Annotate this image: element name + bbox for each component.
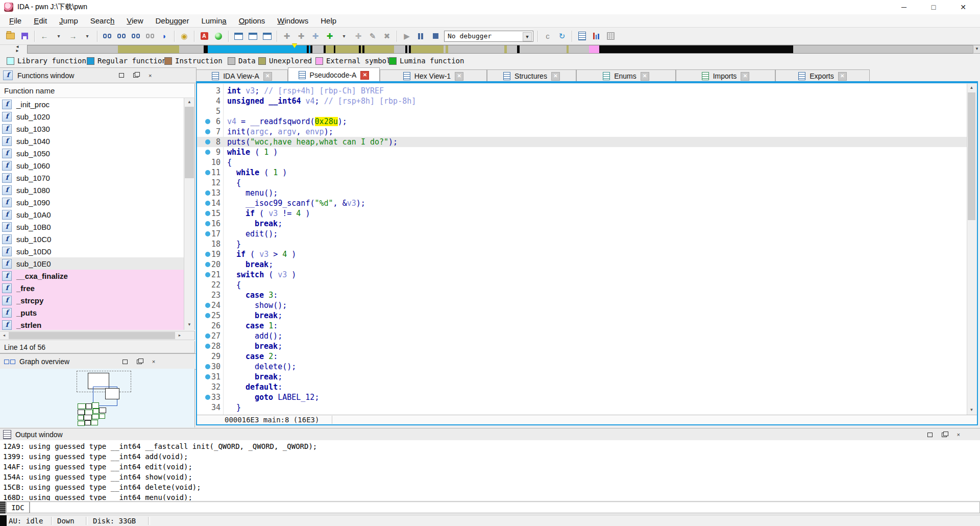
tab-exports[interactable]: Exports✕ [775, 69, 870, 82]
scrollbar-thumb[interactable] [9, 332, 175, 339]
function-row-sub-10b0[interactable]: fsub_10B0 [0, 221, 184, 233]
scroll-down-icon[interactable]: ▼ [184, 321, 194, 329]
search-text-icon[interactable] [115, 30, 128, 43]
save-desktop-icon[interactable] [260, 30, 274, 43]
function-row-strcpy[interactable]: f_strcpy [0, 294, 184, 306]
output-float-icon[interactable] [940, 431, 949, 439]
start-process-icon[interactable]: ▶ [400, 30, 413, 43]
code-line-5[interactable]: 5 [197, 106, 967, 116]
tab-ida-view-a[interactable]: IDA View-A✕ [196, 69, 288, 82]
functions-vertical-scrollbar[interactable]: ▲ ▼ [184, 98, 195, 330]
code-line-33[interactable]: 33goto LABEL_12; [197, 392, 967, 402]
menu-jump[interactable]: Jump [53, 15, 84, 26]
tab-hex-view-1[interactable]: Hex View-1✕ [380, 69, 487, 82]
functions-restore-icon[interactable] [117, 71, 126, 80]
output-window-log[interactable]: 12A9: using guessed type __int64 __fastc… [0, 440, 980, 500]
forward-history-dropdown-icon[interactable]: ▾ [81, 30, 94, 43]
function-row-sub-10d0[interactable]: fsub_10D0 [0, 245, 184, 257]
function-row-sub-10c0[interactable]: fsub_10C0 [0, 233, 184, 245]
output-window-header[interactable]: Output window × [0, 428, 980, 441]
graph-overview-header[interactable]: Graph overview × [0, 353, 197, 370]
function-row-cxa-finalize[interactable]: f__cxa_finalize [0, 270, 184, 282]
code-line-19[interactable]: 19if ( v3 > 4 ) [197, 249, 967, 259]
search-binary-icon[interactable] [129, 30, 142, 43]
tab-close-icon[interactable]: ✕ [551, 72, 560, 81]
function-row-sub-10e0[interactable]: fsub_10E0 [0, 257, 184, 270]
chevron-down-icon[interactable]: ▼ [523, 32, 532, 41]
code-line-7[interactable]: 7init(argc, argv, envp); [197, 127, 967, 137]
tab-enums[interactable]: Enums✕ [576, 69, 676, 82]
code-line-30[interactable]: 30delete(); [197, 362, 967, 372]
function-row-free[interactable]: f_free [0, 282, 184, 294]
function-row-sub-1030[interactable]: fsub_1030 [0, 123, 184, 135]
code-line-20[interactable]: 20break; [197, 259, 967, 270]
function-row-sub-1060[interactable]: fsub_1060 [0, 159, 184, 172]
scroll-left-icon[interactable]: ◄ [0, 331, 8, 340]
back-history-dropdown-icon[interactable]: ▾ [52, 30, 65, 43]
graph-restore-icon[interactable] [120, 357, 130, 366]
code-line-6[interactable]: 6v4 = __readfsqword(0x28u); [197, 116, 967, 127]
navband-scroll-arrows[interactable]: ◄ ► [12, 45, 22, 53]
tab-imports[interactable]: Imports✕ [676, 69, 775, 82]
append-function-tail-icon[interactable]: ✚ [295, 30, 308, 43]
function-row-sub-1040[interactable]: fsub_1040 [0, 135, 184, 147]
navband-right-arrow-icon[interactable]: ► [15, 49, 19, 53]
code-line-32[interactable]: 32default: [197, 382, 967, 392]
output-close-icon[interactable]: × [954, 431, 963, 439]
navigate-forward-icon[interactable]: → [66, 30, 80, 43]
code-line-27[interactable]: 27add(); [197, 331, 967, 341]
function-row-puts[interactable]: f_puts [0, 306, 184, 319]
code-line-29[interactable]: 29case 2: [197, 351, 967, 362]
function-row-sub-1090[interactable]: fsub_1090 [0, 196, 184, 208]
lumina-view-icon[interactable] [575, 30, 589, 43]
refresh-debugger-icon[interactable]: ↻ [555, 30, 569, 43]
tab-close-icon[interactable]: ✕ [741, 72, 749, 81]
add-item-dropdown-icon[interactable]: ▾ [337, 30, 351, 43]
create-function-icon[interactable]: ✚ [280, 30, 293, 43]
attach-to-process-icon[interactable]: c [541, 30, 554, 43]
tab-close-icon[interactable]: ✕ [838, 72, 847, 81]
functions-close-icon[interactable]: × [145, 71, 155, 80]
code-line-13[interactable]: 13menu(); [197, 188, 967, 198]
navigate-back-icon[interactable]: ← [38, 30, 51, 43]
debugger-selector[interactable]: No debugger▼ [444, 31, 533, 42]
menu-edit[interactable]: Edit [28, 15, 53, 26]
code-line-9[interactable]: 9while ( 1 ) [197, 147, 967, 157]
lumina-push-icon[interactable] [590, 30, 603, 43]
search-again-icon[interactable] [143, 30, 157, 43]
scrollbar-thumb[interactable] [185, 107, 194, 178]
code-line-24[interactable]: 24show(); [197, 300, 967, 310]
code-line-3[interactable]: 3int v3; // [rsp+4h] [rbp-Ch] BYREF [197, 86, 967, 96]
code-line-11[interactable]: 11while ( 1 ) [197, 168, 967, 178]
output-restore-icon[interactable] [925, 431, 935, 439]
code-line-10[interactable]: 10{ [197, 157, 967, 168]
code-line-26[interactable]: 26case 1: [197, 321, 967, 331]
tab-pseudocode-a[interactable]: Pseudocode-A✕ [288, 67, 380, 82]
functions-horizontal-scrollbar[interactable]: ◄ ► [0, 331, 195, 340]
tab-close-icon[interactable]: ✕ [263, 72, 272, 81]
code-line-16[interactable]: 16break; [197, 219, 967, 229]
menu-options[interactable]: Options [233, 15, 272, 26]
tab-close-icon[interactable]: ✕ [641, 72, 649, 81]
reset-desktop-icon[interactable] [246, 30, 259, 43]
scrollbar-thumb[interactable] [968, 92, 975, 220]
menu-file[interactable]: File [3, 15, 28, 26]
cli-language-grip-icon[interactable] [0, 501, 6, 514]
cli-language-button[interactable]: IDC [6, 501, 30, 513]
menu-search[interactable]: Search [84, 15, 121, 26]
maximize-button[interactable]: □ [921, 0, 946, 14]
code-line-22[interactable]: 22{ [197, 280, 967, 290]
cli-input[interactable] [30, 501, 980, 513]
code-line-18[interactable]: 18} [197, 239, 967, 249]
code-line-12[interactable]: 12{ [197, 178, 967, 188]
navigation-band[interactable] [27, 45, 973, 54]
code-line-15[interactable]: 15if ( v3 != 4 ) [197, 208, 967, 219]
edit-function-icon[interactable]: ✎ [366, 30, 379, 43]
scroll-down-icon[interactable]: ▼ [967, 406, 976, 414]
menu-debugger[interactable]: Debugger [150, 15, 195, 26]
pseudocode-view[interactable]: 3int v3; // [rsp+4h] [rbp-Ch] BYREF4unsi… [197, 84, 967, 415]
minimize-button[interactable]: ─ [891, 0, 917, 14]
stop-process-icon[interactable] [429, 30, 442, 43]
save-file-icon[interactable] [18, 30, 31, 43]
code-line-31[interactable]: 31break; [197, 372, 967, 382]
